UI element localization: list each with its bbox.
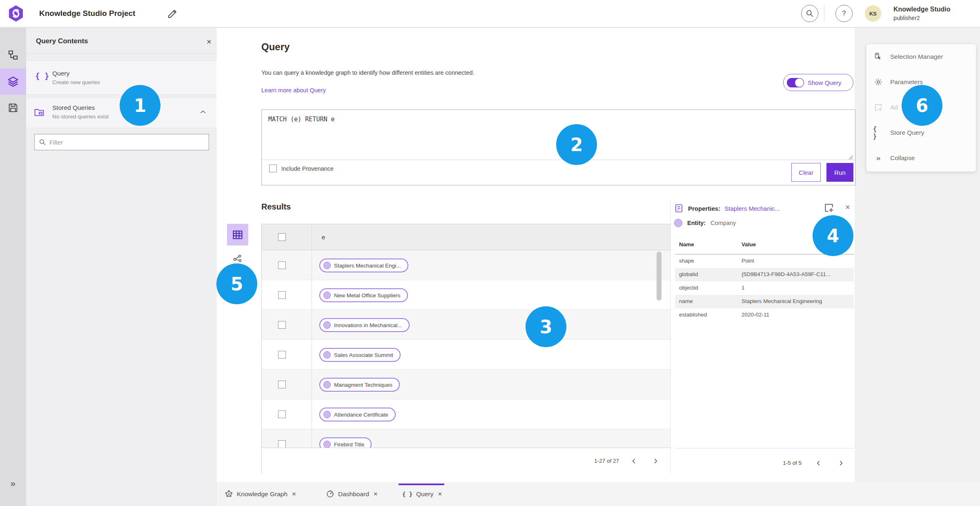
help-button[interactable]: ? xyxy=(835,5,853,22)
include-provenance-label: Include Provenance xyxy=(281,165,334,172)
menu-item-selection-manager[interactable]: Selection Manager xyxy=(866,44,976,69)
chevron-right-icon xyxy=(652,458,659,464)
entity-chip[interactable]: Sales Associate Summit xyxy=(319,348,401,362)
expand-panel-button[interactable]: » xyxy=(0,474,26,494)
entity-chip[interactable]: Attendance Certificate xyxy=(319,408,396,421)
tab-knowledge-graph[interactable]: Knowledge Graph × xyxy=(225,482,297,506)
learn-more-link[interactable]: Learn more about Query xyxy=(261,87,326,94)
props-next-page-button[interactable] xyxy=(835,457,846,469)
annotation-circle-1: 1 xyxy=(120,85,160,126)
user-name: Knowledge Studio xyxy=(893,6,951,13)
table-row[interactable]: New Metal Office Suppliers xyxy=(262,280,670,310)
row-checkbox[interactable] xyxy=(278,351,286,359)
double-chevron-icon: » xyxy=(873,154,884,163)
close-properties-button[interactable]: × xyxy=(842,201,854,213)
entity-dot-icon xyxy=(323,262,331,269)
clear-button[interactable]: Clear xyxy=(791,163,821,182)
show-query-toggle[interactable]: Show Query xyxy=(783,74,853,91)
add-box-icon xyxy=(873,103,884,112)
menu-item-label: Parameters xyxy=(890,78,923,86)
entity-chip[interactable]: Firebird Title xyxy=(319,437,372,448)
tab-label: Knowledge Graph xyxy=(237,490,287,498)
search-icon xyxy=(39,138,46,146)
query-editor-input[interactable]: MATCH (e) RETURN e xyxy=(268,116,335,123)
table-row[interactable]: Firebird Title xyxy=(262,429,670,448)
braces-icon: { } xyxy=(873,125,884,140)
close-panel-button[interactable]: × xyxy=(203,35,216,48)
filter-input[interactable] xyxy=(49,139,205,146)
sidebar-item-contents[interactable] xyxy=(0,69,26,95)
annotation-circle-4: 4 xyxy=(813,215,853,256)
results-title: Results xyxy=(261,202,291,212)
avatar[interactable]: KS xyxy=(865,5,881,22)
select-all-checkbox[interactable] xyxy=(278,233,286,241)
user-role: publisher2 xyxy=(893,15,920,21)
table-row[interactable]: Sales Associate Summit xyxy=(262,340,670,370)
run-button[interactable]: Run xyxy=(826,163,853,182)
app-logo-icon[interactable] xyxy=(9,5,23,22)
entity-chip[interactable]: New Metal Office Suppliers xyxy=(319,288,408,302)
bottom-tab-bar: Knowledge Graph × Dashboard × { } Query … xyxy=(216,482,980,506)
table-row[interactable]: Attendance Certificate xyxy=(262,399,670,429)
table-view-button[interactable] xyxy=(227,224,248,245)
close-tab-icon[interactable]: × xyxy=(291,490,297,498)
sidebar-item-save[interactable] xyxy=(0,95,26,121)
table-row[interactable]: Managment Techniques xyxy=(262,370,670,399)
search-button[interactable] xyxy=(801,5,818,22)
entity-chip[interactable]: Innovations in Mechanical... xyxy=(319,318,410,332)
table-scrollbar[interactable] xyxy=(657,252,662,301)
row-checkbox[interactable] xyxy=(278,440,286,448)
table-row[interactable]: Innovations in Mechanical... xyxy=(262,310,670,340)
braces-icon: { } xyxy=(402,491,412,497)
annotation-circle-6: 6 xyxy=(902,85,942,126)
query-item-title: Query xyxy=(52,70,100,77)
chevron-up-icon[interactable] xyxy=(199,108,207,116)
properties-entity-link[interactable]: Staplers Mechanic... xyxy=(724,205,780,212)
entity-dot-icon xyxy=(323,321,331,329)
entity-dot-icon xyxy=(323,441,331,448)
tab-dashboard[interactable]: Dashboard × xyxy=(326,482,379,506)
table-row[interactable]: Staplers Mechanical Engi... xyxy=(262,250,670,280)
entity-dot-icon xyxy=(323,381,331,388)
stored-queries-title: Stored Queries xyxy=(52,104,109,111)
property-row: objectid 1 xyxy=(675,281,854,295)
close-tab-icon[interactable]: × xyxy=(437,490,443,498)
property-row: shape Point xyxy=(675,254,854,268)
entity-dot-icon xyxy=(323,351,331,359)
query-contents-item-query[interactable]: { } Query Create new queries xyxy=(26,60,216,95)
row-checkbox[interactable] xyxy=(278,261,286,269)
tab-query[interactable]: { } Query × xyxy=(402,482,443,506)
edit-title-icon[interactable] xyxy=(167,7,179,20)
braces-icon: { } xyxy=(35,71,49,80)
menu-item-collapse[interactable]: » Collapse xyxy=(866,145,976,171)
tab-label: Dashboard xyxy=(338,490,369,498)
entity-label: Entity: xyxy=(687,220,706,226)
property-row: name Staplers Mechanical Engineering xyxy=(675,295,854,308)
toggle-switch[interactable] xyxy=(787,78,804,87)
include-provenance-checkbox[interactable] xyxy=(269,165,277,172)
entity-chip[interactable]: Staplers Mechanical Engi... xyxy=(319,259,408,272)
add-to-map-icon[interactable] xyxy=(824,203,834,213)
row-checkbox[interactable] xyxy=(278,410,286,418)
prev-page-button[interactable] xyxy=(628,455,640,467)
stored-queries-filter xyxy=(34,134,209,150)
row-checkbox[interactable] xyxy=(278,381,286,388)
property-row: globalid {5D9B4713-F98D-4A53-A59F-C11... xyxy=(675,268,854,281)
panel-divider xyxy=(26,53,216,53)
menu-item-label: Store Query xyxy=(890,129,924,136)
gear-icon xyxy=(873,78,884,87)
sidebar-item-data-model[interactable] xyxy=(0,42,26,69)
link-chart-icon xyxy=(233,254,243,263)
results-table: e Staplers Mechanical Engi... New Metal … xyxy=(261,224,671,474)
close-tab-icon[interactable]: × xyxy=(373,490,379,498)
row-checkbox[interactable] xyxy=(278,291,286,299)
chevron-left-icon xyxy=(815,460,822,466)
props-prev-page-button[interactable] xyxy=(813,457,824,469)
entity-chip[interactable]: Managment Techniques xyxy=(319,378,400,392)
resize-handle[interactable] xyxy=(848,155,853,160)
entity-type-dot-icon xyxy=(674,219,682,227)
next-page-button[interactable] xyxy=(650,455,661,467)
row-checkbox[interactable] xyxy=(278,321,286,329)
chevron-right-icon xyxy=(837,460,844,466)
topbar-divider xyxy=(824,5,824,22)
